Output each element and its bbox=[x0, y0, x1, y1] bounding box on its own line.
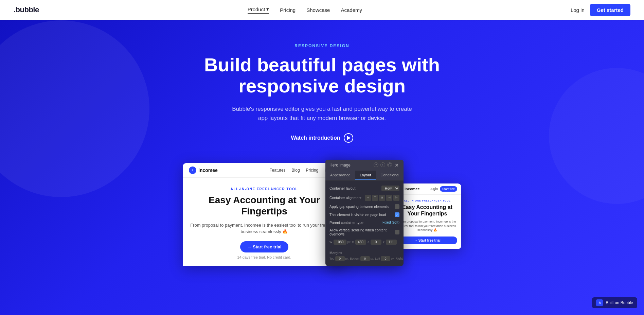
nav-right: Log in Get started bbox=[571, 4, 630, 16]
screenshot-left: i incomee Features Blog Pricing Updates … bbox=[183, 163, 346, 266]
editor-dims-row: W px H X Y bbox=[325, 238, 404, 246]
nav-link-pricing[interactable]: Pricing bbox=[280, 7, 296, 13]
margins-title: Margins bbox=[329, 251, 399, 255]
chevron-down-icon: ▾ bbox=[266, 6, 269, 12]
nav-link-product[interactable]: Product ▾ bbox=[248, 6, 269, 14]
container-alignment-row: Container alignment ⊣ ⊤ ⊞ ⊣ ⊢ bbox=[325, 193, 404, 203]
mobile-title: Easy Accounting at Your Fingertips bbox=[397, 204, 457, 217]
margin-left-unit: px bbox=[391, 257, 394, 260]
editor-panel: Hero image ? i ◯ ✕ Appearance Layout Con… bbox=[325, 160, 404, 266]
tab-conditional[interactable]: Conditional bbox=[376, 171, 404, 180]
container-layout-value: Row bbox=[381, 186, 399, 191]
align-btn-3[interactable]: ⊞ bbox=[379, 195, 385, 201]
margin-top-label: Top bbox=[329, 257, 335, 260]
container-alignment-label: Container alignment bbox=[329, 196, 361, 200]
nav-logo[interactable]: .bubble bbox=[14, 5, 39, 14]
incomee-body-left: ALL-IN-ONE FREELANCER TOOL Easy Accounti… bbox=[183, 178, 346, 266]
dim-x: X bbox=[368, 240, 381, 245]
margin-top: Top px bbox=[329, 256, 348, 261]
editor-body: Container layout Row Container alignment… bbox=[325, 180, 404, 266]
editor-tabs: Appearance Layout Conditional bbox=[325, 171, 404, 180]
incomee-desc-left: From proposal to payment, Incomee is the… bbox=[190, 222, 339, 235]
dim-y: Y bbox=[383, 240, 397, 245]
alignment-buttons: ⊣ ⊤ ⊞ ⊣ ⊢ bbox=[365, 195, 399, 201]
container-layout-row: Container layout Row bbox=[325, 184, 404, 193]
play-triangle bbox=[347, 136, 351, 140]
parent-container-value[interactable]: Fixed (edit) bbox=[382, 221, 399, 224]
dim-h: H bbox=[352, 240, 366, 245]
start-free-trial-button-left[interactable]: → Start free trial bbox=[240, 241, 288, 252]
editor-titlebar: Hero image ? i ◯ ✕ bbox=[325, 160, 404, 171]
margin-right: Right px bbox=[396, 256, 404, 261]
incomee-label-left: ALL-IN-ONE FREELANCER TOOL bbox=[190, 187, 339, 191]
editor-icon-chat[interactable]: ◯ bbox=[387, 162, 392, 167]
mobile-label: ALL-IN-ONE FREELANCER TOOL bbox=[397, 199, 457, 202]
editor-icons: ? i ◯ ✕ bbox=[374, 162, 399, 168]
incomee-logo-icon: i bbox=[189, 167, 196, 174]
container-layout-label: Container layout bbox=[329, 186, 355, 190]
incomee-pricing: Pricing bbox=[306, 168, 319, 173]
watch-intro-label: Watch introduction bbox=[291, 135, 340, 141]
dim-y-input[interactable] bbox=[386, 240, 397, 245]
margin-bottom-unit: px bbox=[371, 257, 374, 260]
nav-link-academy[interactable]: Academy bbox=[341, 7, 362, 13]
mobile-nav-right: Login Start free bbox=[430, 186, 457, 192]
editor-close-button[interactable]: ✕ bbox=[394, 162, 399, 168]
dim-y-label: Y bbox=[383, 240, 385, 244]
margins-section: Margins Top px Bottom px bbox=[325, 248, 404, 263]
screenshots-container: i incomee Features Blog Pricing Updates … bbox=[118, 163, 526, 266]
dim-w-unit: px bbox=[347, 240, 351, 244]
bubble-badge-label: Built on Bubble bbox=[606, 300, 633, 305]
allow-scroll-label: Allow vertical scrolling when content ov… bbox=[329, 228, 395, 236]
hero-content: RESPONSIVE DESIGN Build beautiful pages … bbox=[186, 20, 458, 156]
apply-gap-checkbox[interactable] bbox=[395, 204, 399, 209]
apply-gap-label: Apply gap spacing between elements bbox=[329, 205, 389, 209]
hero-subtitle: Bubble's responsive editor gives you a f… bbox=[227, 104, 417, 123]
align-btn-4[interactable]: ⊣ bbox=[386, 195, 392, 201]
dim-x-input[interactable] bbox=[371, 240, 381, 245]
nav-cta-button[interactable]: Get started bbox=[590, 4, 630, 16]
allow-scroll-checkbox[interactable] bbox=[395, 230, 399, 234]
dim-w: W px bbox=[329, 240, 351, 245]
tab-appearance[interactable]: Appearance bbox=[325, 171, 355, 180]
align-btn-2[interactable]: ⊤ bbox=[372, 195, 378, 201]
play-icon bbox=[344, 133, 353, 143]
incomee-nav-left: i incomee Features Blog Pricing Updates bbox=[183, 163, 346, 178]
margin-top-input[interactable] bbox=[335, 256, 345, 261]
trial-text-left: 14 days free trial. No credit card. bbox=[190, 255, 339, 259]
margin-left-label: Left bbox=[375, 257, 380, 260]
mobile-login[interactable]: Login bbox=[430, 187, 438, 191]
container-layout-select[interactable]: Row bbox=[381, 186, 399, 191]
bubble-badge-icon: b bbox=[596, 299, 603, 306]
circle-decoration-right bbox=[549, 68, 644, 204]
hero-section: RESPONSIVE DESIGN Build beautiful pages … bbox=[0, 0, 644, 315]
visible-on-load-checkbox[interactable]: ✓ bbox=[395, 212, 399, 217]
visible-on-load-row: This element is visible on page load ✓ bbox=[325, 211, 404, 219]
mobile-desc: From proposal to payment, Incomee is the… bbox=[397, 220, 457, 232]
bubble-badge: b Built on Bubble bbox=[592, 297, 637, 308]
editor-icon-question[interactable]: ? bbox=[374, 162, 378, 167]
margin-right-label: Right bbox=[396, 257, 403, 260]
start-free-trial-button-right[interactable]: → Start free trial bbox=[397, 237, 457, 244]
nav-link-showcase[interactable]: Showcase bbox=[306, 7, 330, 13]
tab-layout[interactable]: Layout bbox=[355, 171, 376, 180]
editor-icon-info[interactable]: i bbox=[380, 162, 385, 167]
margin-left-input[interactable] bbox=[381, 256, 390, 261]
parent-container-label: Parent container type bbox=[329, 221, 363, 225]
align-btn-1[interactable]: ⊣ bbox=[365, 195, 371, 201]
visible-on-load-label: This element is visible on page load bbox=[329, 213, 386, 217]
mobile-start-btn[interactable]: Start free bbox=[440, 186, 457, 192]
align-btn-5[interactable]: ⊢ bbox=[393, 195, 399, 201]
nav-links: Product ▾ Pricing Showcase Academy bbox=[248, 6, 362, 14]
incomee-logo-left: i incomee bbox=[189, 167, 218, 174]
dim-h-label: H bbox=[352, 240, 354, 244]
margin-top-unit: px bbox=[345, 257, 349, 260]
dim-w-input[interactable] bbox=[334, 240, 346, 245]
parent-container-row: Parent container type Fixed (edit) bbox=[325, 219, 404, 226]
margin-bottom-input[interactable] bbox=[360, 256, 370, 261]
dim-w-label: W bbox=[329, 240, 333, 244]
dim-h-input[interactable] bbox=[355, 240, 366, 245]
mobile-body: ALL-IN-ONE FREELANCER TOOL Easy Accounti… bbox=[393, 195, 461, 249]
watch-intro-button[interactable]: Watch introduction bbox=[291, 133, 353, 143]
nav-login[interactable]: Log in bbox=[571, 7, 585, 13]
